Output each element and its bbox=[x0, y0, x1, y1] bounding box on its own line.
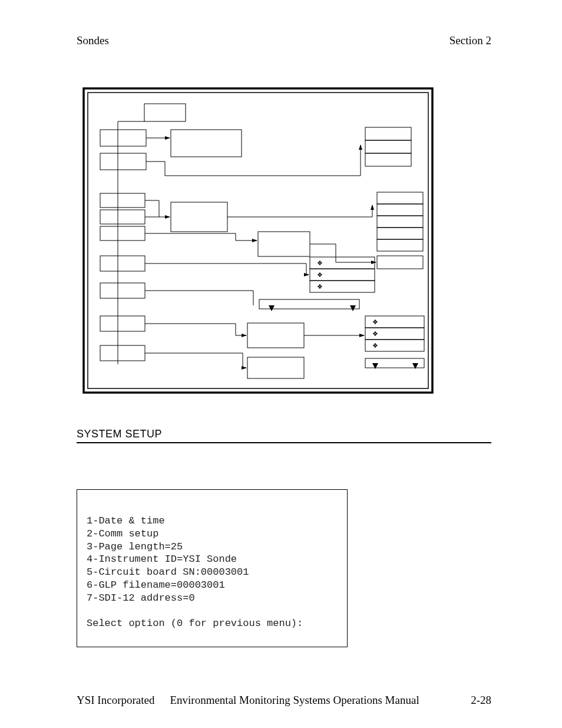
svg-rect-21 bbox=[100, 283, 145, 298]
svg-text:❖: ❖ bbox=[372, 330, 378, 337]
menu-line-6: 6-GLP filename=00003001 bbox=[87, 579, 225, 591]
svg-text:❖: ❖ bbox=[317, 283, 323, 290]
menu-line-5: 5-Circuit board SN:00003001 bbox=[87, 566, 249, 578]
svg-rect-16 bbox=[365, 153, 411, 166]
svg-rect-15 bbox=[365, 140, 411, 153]
svg-rect-54 bbox=[259, 299, 359, 309]
svg-rect-60 bbox=[247, 323, 304, 348]
footer-manual: Environmental Monitoring Systems Operati… bbox=[170, 694, 419, 707]
menu-line-1: 1-Date & time bbox=[87, 515, 165, 526]
flow-diagram: ❖ ❖ ❖ bbox=[82, 87, 491, 394]
svg-text:❖: ❖ bbox=[317, 259, 323, 266]
svg-rect-58 bbox=[100, 316, 145, 331]
footer-page-number: 2-28 bbox=[471, 694, 491, 707]
system-setup-menu: 1-Date & time 2-Comm setup 3-Page length… bbox=[77, 489, 348, 647]
menu-prompt: Select option (0 for previous menu): bbox=[87, 618, 303, 629]
svg-rect-6 bbox=[100, 130, 146, 146]
svg-rect-18 bbox=[100, 210, 145, 224]
svg-rect-34 bbox=[377, 239, 423, 251]
header-left: Sondes bbox=[77, 34, 109, 47]
svg-rect-2 bbox=[144, 104, 186, 121]
svg-rect-20 bbox=[100, 256, 145, 271]
svg-rect-22 bbox=[171, 202, 227, 232]
svg-rect-59 bbox=[100, 345, 145, 361]
footer-company: YSI Incorporated bbox=[77, 694, 154, 707]
svg-text:❖: ❖ bbox=[372, 318, 378, 325]
header-right: Section 2 bbox=[449, 34, 491, 47]
page-footer: YSI Incorporated Environmental Monitorin… bbox=[77, 694, 491, 707]
svg-rect-9 bbox=[171, 130, 242, 157]
svg-text:❖: ❖ bbox=[372, 342, 378, 349]
svg-rect-19 bbox=[100, 226, 145, 241]
svg-rect-30 bbox=[377, 192, 423, 204]
svg-marker-55 bbox=[269, 305, 275, 311]
svg-rect-32 bbox=[377, 216, 423, 228]
svg-rect-68 bbox=[247, 357, 304, 378]
svg-rect-14 bbox=[365, 127, 411, 140]
section-heading: SYSTEM SETUP bbox=[77, 428, 491, 443]
page-header: Sondes Section 2 bbox=[77, 34, 491, 47]
menu-line-4: 4-Instrument ID=YSI Sonde bbox=[87, 554, 237, 565]
menu-line-3: 3-Page length=25 bbox=[87, 541, 183, 552]
svg-rect-17 bbox=[100, 193, 145, 207]
menu-line-7: 7-SDI-12 address=0 bbox=[87, 592, 195, 604]
svg-rect-33 bbox=[377, 228, 423, 239]
svg-marker-56 bbox=[350, 305, 356, 311]
svg-rect-31 bbox=[377, 204, 423, 216]
svg-rect-38 bbox=[258, 232, 310, 256]
svg-rect-7 bbox=[100, 153, 146, 170]
svg-rect-39 bbox=[377, 256, 423, 269]
menu-line-2: 2-Comm setup bbox=[87, 528, 158, 539]
svg-text:❖: ❖ bbox=[317, 271, 323, 278]
